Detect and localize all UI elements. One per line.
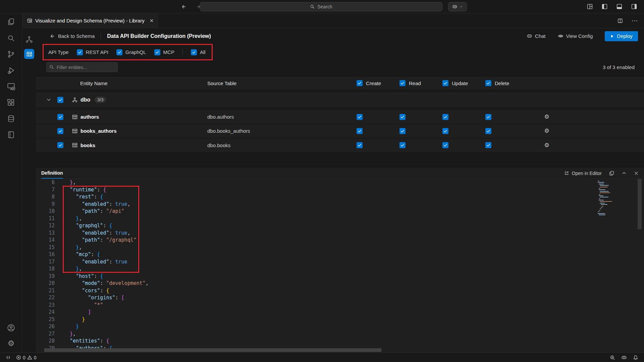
problems-indicator[interactable]: 0 0 [14, 353, 38, 362]
back-to-schema-link[interactable]: Back to Schema [49, 33, 95, 39]
copilot-status-icon[interactable] [620, 355, 629, 360]
open-in-editor-label: Open in Editor [572, 171, 602, 176]
column-source-table: Source Table [204, 80, 357, 86]
command-center-search[interactable]: Search [200, 2, 442, 11]
tab-icon [27, 18, 32, 23]
delete-all-checkbox[interactable] [485, 80, 491, 86]
api-type-option[interactable]: REST API [77, 49, 108, 55]
create-checkbox[interactable] [357, 128, 363, 134]
definition-tab[interactable]: Definition [41, 168, 63, 179]
read-checkbox[interactable] [399, 128, 406, 134]
code-line: 28 "entities": { [36, 338, 644, 345]
settings-gear-icon[interactable]: ⚙ [6, 339, 16, 348]
customize-layout-icon[interactable] [585, 2, 594, 11]
delete-checkbox[interactable] [485, 142, 491, 148]
search-sidebar-icon[interactable] [6, 34, 16, 43]
row-checkbox[interactable] [57, 128, 63, 134]
table-row[interactable]: books_authors dbo.books_authors ⚙ [36, 124, 644, 138]
create-checkbox[interactable] [357, 114, 363, 120]
dab-config-icon[interactable] [24, 49, 34, 59]
schema-designer-icon[interactable] [24, 35, 34, 44]
source-table: dbo.authors [204, 114, 357, 120]
screen-zoom-icon[interactable] [608, 355, 617, 360]
toggle-sidebar-right-icon[interactable] [629, 2, 639, 11]
library-icon[interactable] [6, 130, 16, 139]
database-projects-icon[interactable] [6, 114, 16, 123]
code-line: 6 }, [36, 179, 644, 186]
tab-visualize-schema[interactable]: Visualize and Design Schema (Preview) - … [22, 13, 158, 28]
code-lines: 6 },7 "runtime": {8 "rest": {9 "enabled"… [36, 179, 644, 352]
activity-bar: ⚙ [0, 13, 22, 353]
back-label: Back to Schema [58, 33, 95, 39]
more-actions-icon[interactable]: ⋯ [632, 17, 638, 24]
titlebar: Search [0, 0, 644, 13]
gear-icon[interactable]: ⚙ [544, 128, 549, 134]
close-icon[interactable] [634, 171, 639, 176]
error-icon [16, 355, 21, 360]
copy-icon[interactable] [609, 171, 614, 176]
checkbox-checked[interactable] [191, 49, 197, 55]
account-icon[interactable] [6, 323, 16, 333]
minimap[interactable] [597, 181, 644, 216]
group-checkbox[interactable] [57, 97, 63, 103]
source-control-icon[interactable] [6, 50, 16, 59]
delete-checkbox[interactable] [485, 128, 491, 134]
gear-icon[interactable]: ⚙ [544, 114, 549, 120]
table-row[interactable]: books dbo.books ⚙ [36, 138, 644, 152]
vertical-scrollbar[interactable] [638, 179, 642, 229]
api-type-option[interactable]: All [191, 49, 206, 55]
notifications-bell-icon[interactable] [631, 355, 640, 360]
back-arrow-icon[interactable] [179, 2, 188, 11]
gear-icon[interactable]: ⚙ [544, 142, 549, 148]
chevron-up-icon[interactable] [622, 171, 627, 176]
deploy-button[interactable]: Deploy [605, 31, 638, 41]
schema-count-badge: 3/3 [95, 97, 106, 103]
schema-group-row[interactable]: dbo 3/3 [36, 92, 644, 107]
column-create: Create [357, 80, 399, 86]
explorer-icon[interactable] [6, 17, 16, 27]
delete-checkbox[interactable] [485, 114, 491, 120]
chevron-down-icon[interactable] [43, 97, 55, 102]
open-in-editor-button[interactable]: Open in Editor [564, 171, 602, 176]
update-checkbox[interactable] [442, 142, 448, 148]
split-editor-icon[interactable] [615, 16, 625, 25]
entity-rows: authors dbo.authors ⚙ books_authors dbo.… [36, 110, 644, 152]
chat-label: Chat [535, 33, 546, 39]
code-editor[interactable]: 6 },7 "runtime": {8 "rest": {9 "enabled"… [36, 179, 644, 353]
read-checkbox[interactable] [399, 114, 406, 120]
code-line: 8 "rest": { [36, 193, 644, 201]
checkbox-checked[interactable] [154, 49, 160, 55]
update-checkbox[interactable] [442, 128, 448, 134]
api-type-option[interactable]: GraphQL [116, 49, 146, 55]
view-config-button[interactable]: View Config [558, 33, 593, 39]
filter-entities-input[interactable] [46, 62, 118, 72]
update-checkbox[interactable] [442, 114, 448, 120]
extensions-icon[interactable] [6, 98, 16, 107]
create-checkbox[interactable] [357, 142, 363, 148]
create-all-checkbox[interactable] [357, 80, 363, 86]
read-all-checkbox[interactable] [399, 80, 406, 86]
update-all-checkbox[interactable] [442, 80, 448, 86]
read-checkbox[interactable] [399, 142, 406, 148]
copilot-menu-chip[interactable] [448, 2, 467, 11]
remote-indicator-icon[interactable] [4, 353, 12, 362]
view-switcher-strip [22, 28, 36, 353]
column-read: Read [399, 80, 442, 86]
column-entity-name: Entity Name [69, 80, 204, 86]
tab-close-icon[interactable]: ✕ [150, 18, 154, 24]
checkbox-checked[interactable] [116, 49, 122, 55]
page-title: Data API Builder Configuration (Preview) [107, 33, 211, 39]
checkbox-checked[interactable] [77, 49, 83, 55]
toggle-panel-icon[interactable] [614, 2, 624, 11]
horizontal-scrollbar[interactable] [44, 348, 381, 352]
api-type-option[interactable]: MCP [154, 49, 174, 55]
code-line: 21 "cors": { [36, 287, 644, 295]
table-row[interactable]: authors dbo.authors ⚙ [36, 110, 644, 124]
toggle-sidebar-left-icon[interactable] [600, 2, 609, 11]
api-type-annotation-box: API Type REST API GraphQL MCP All [43, 44, 213, 60]
remote-explorer-icon[interactable] [6, 82, 16, 91]
row-checkbox[interactable] [57, 114, 63, 120]
row-checkbox[interactable] [57, 142, 63, 148]
run-debug-icon[interactable] [6, 66, 16, 75]
chat-button[interactable]: Chat [527, 33, 546, 39]
